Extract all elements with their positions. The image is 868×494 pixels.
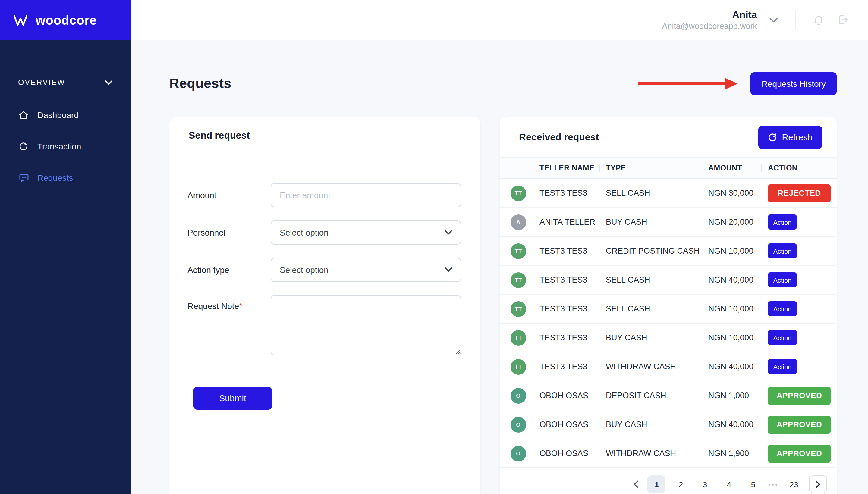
avatar: A xyxy=(511,214,526,230)
amount-row: Amount xyxy=(187,183,461,207)
amount-cell: NGN 10,000 xyxy=(708,246,768,255)
sidebar-item-label: Requests xyxy=(37,173,73,183)
table-row: TT TEST3 TES3 SELL CASH NGN 10,000 Actio… xyxy=(500,294,837,324)
status-badge: APPROVED xyxy=(768,386,831,404)
pagination: 1 2 3 4 5 ••• 23 xyxy=(500,475,837,493)
sidebar-item-dashboard[interactable]: Dashboard xyxy=(0,99,131,131)
personnel-select[interactable]: Select option xyxy=(271,221,461,245)
amount-cell: NGN 40,000 xyxy=(708,362,768,371)
action-button[interactable]: Action xyxy=(768,359,797,374)
refresh-button[interactable]: Refresh xyxy=(758,126,822,149)
avatar: O xyxy=(511,445,526,461)
avatar: TT xyxy=(511,272,526,288)
chevron-down-icon xyxy=(445,267,452,272)
notifications-bell-icon[interactable] xyxy=(810,12,827,28)
user-menu-chevron-icon[interactable] xyxy=(767,15,781,25)
table-row: A ANITA TELLER BUY CASH NGN 20,000 Actio… xyxy=(500,208,837,237)
action-button[interactable]: Action xyxy=(768,214,797,230)
page-button-5[interactable]: 5 xyxy=(744,475,762,493)
amount-cell: NGN 40,000 xyxy=(708,275,768,284)
received-table-body: TT TEST3 TES3 SELL CASH NGN 30,000 REJEC… xyxy=(500,179,837,468)
chevron-right-icon[interactable] xyxy=(809,475,827,493)
table-row: O OBOH OSAS WITHDRAW CASH NGN 1,900 APPR… xyxy=(500,439,837,468)
teller-name-cell: OBOH OSAS xyxy=(539,420,606,429)
page-button-2[interactable]: 2 xyxy=(672,475,690,493)
status-badge: REJECTED xyxy=(768,184,831,202)
brand-name: woodcore xyxy=(36,13,97,27)
table-row: O OBOH OSAS DEPOSIT CASH NGN 1,000 APPRO… xyxy=(500,381,837,410)
page-button-1[interactable]: 1 xyxy=(648,475,666,493)
cycle-icon xyxy=(18,141,29,152)
logout-icon[interactable] xyxy=(834,12,851,28)
amount-cell: NGN 10,000 xyxy=(708,333,768,342)
sidebar-nav: Dashboard Transaction Requests xyxy=(0,99,131,203)
page-button-last[interactable]: 23 xyxy=(785,475,803,493)
personnel-select-value: Select option xyxy=(280,228,329,238)
avatar: O xyxy=(511,417,526,432)
type-cell: BUY CASH xyxy=(606,420,708,429)
page-button-3[interactable]: 3 xyxy=(696,475,714,493)
type-cell: BUY CASH xyxy=(606,217,708,227)
type-cell: CREDIT POSTING CASH xyxy=(606,246,708,255)
type-cell: SELL CASH xyxy=(606,304,708,313)
chat-icon xyxy=(18,172,29,183)
chevron-down-icon xyxy=(105,80,113,85)
requests-history-button[interactable]: Requests History xyxy=(751,72,837,95)
teller-name-cell: ANITA TELLER xyxy=(539,217,606,227)
pagination-ellipsis: ••• xyxy=(768,481,779,488)
chevron-left-icon[interactable] xyxy=(631,478,642,491)
received-request-card: Received request Refresh TELLER NAME TYP… xyxy=(500,117,837,494)
teller-name-cell: TEST3 TES3 xyxy=(539,333,606,342)
avatar: TT xyxy=(511,243,526,259)
main-content: Requests Requests History Send request A… xyxy=(131,40,868,494)
sidebar-section-label: OVERVIEW xyxy=(18,78,66,87)
teller-name-cell: TEST3 TES3 xyxy=(539,304,606,313)
amount-cell: NGN 1,000 xyxy=(708,391,768,400)
column-action: ACTION xyxy=(768,164,831,172)
teller-name-cell: OBOH OSAS xyxy=(539,391,606,400)
action-button[interactable]: Action xyxy=(768,243,797,259)
avatar: TT xyxy=(511,330,526,345)
column-amount: AMOUNT xyxy=(708,164,768,172)
avatar: O xyxy=(511,388,526,403)
page-button-4[interactable]: 4 xyxy=(720,475,738,493)
status-badge: APPROVED xyxy=(768,444,831,462)
personnel-label: Personnel xyxy=(187,228,225,238)
send-request-title: Send request xyxy=(169,117,480,154)
sidebar-item-transaction[interactable]: Transaction xyxy=(0,131,131,162)
action-type-label: Action type xyxy=(187,265,229,275)
sidebar-item-label: Dashboard xyxy=(37,110,79,120)
amount-label: Amount xyxy=(187,190,217,200)
required-asterisk: * xyxy=(239,301,242,310)
amount-cell: NGN 20,000 xyxy=(708,217,768,227)
red-annotation-arrow xyxy=(636,76,739,92)
sidebar: woodcore OVERVIEW Dashboard Transaction xyxy=(0,0,131,494)
action-type-select-value: Select option xyxy=(280,265,329,275)
action-button[interactable]: Action xyxy=(768,330,797,345)
teller-name-cell: TEST3 TES3 xyxy=(539,246,606,255)
action-type-row: Action type Select option xyxy=(187,258,461,282)
action-type-select[interactable]: Select option xyxy=(271,258,461,282)
send-request-form: Amount Personnel Select option xyxy=(169,154,480,410)
table-row: TT TEST3 TES3 CREDIT POSTING CASH NGN 10… xyxy=(500,237,837,266)
type-cell: DEPOSIT CASH xyxy=(606,391,708,400)
type-cell: WITHDRAW CASH xyxy=(606,362,708,371)
sidebar-item-requests[interactable]: Requests xyxy=(0,162,131,193)
table-row: TT TEST3 TES3 BUY CASH NGN 10,000 Action xyxy=(500,324,837,353)
request-note-textarea[interactable] xyxy=(271,295,461,356)
type-cell: WITHDRAW CASH xyxy=(606,449,708,458)
page-header: Requests Requests History xyxy=(169,72,837,96)
amount-cell: NGN 40,000 xyxy=(708,420,768,429)
submit-button[interactable]: Submit xyxy=(193,387,272,410)
table-row: TT TEST3 TES3 SELL CASH NGN 40,000 Actio… xyxy=(500,266,837,294)
action-button[interactable]: Action xyxy=(768,301,797,316)
amount-input[interactable] xyxy=(271,183,461,207)
chevron-down-icon xyxy=(445,230,452,235)
sidebar-divider xyxy=(0,202,131,203)
teller-name-cell: TEST3 TES3 xyxy=(539,189,606,197)
refresh-icon xyxy=(768,133,777,142)
teller-name-cell: TEST3 TES3 xyxy=(539,362,606,371)
sidebar-section-overview[interactable]: OVERVIEW xyxy=(0,74,131,91)
brand-logo: woodcore xyxy=(0,0,131,40)
action-button[interactable]: Action xyxy=(768,272,797,287)
